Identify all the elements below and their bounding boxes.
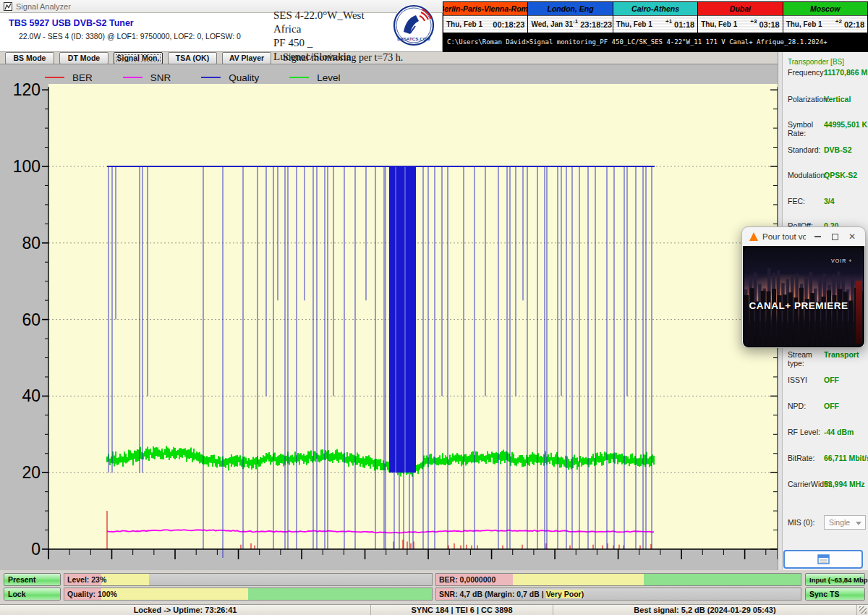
- legend-item-ber: BER: [45, 72, 93, 83]
- svg-text:60: 60: [22, 310, 41, 329]
- legend-swatch: [289, 77, 309, 78]
- field-label: Polarization:: [788, 95, 824, 103]
- close-button[interactable]: ✕: [846, 231, 858, 242]
- sidebar-row-bitrate: BitRate: 66,711 Mbit/s: [788, 454, 866, 462]
- best-signal-status: Best signal: 5,2 dB (2024-01-29 05:43): [553, 605, 857, 615]
- legend-swatch: [201, 77, 221, 78]
- header-line-1: SES 4-22.0°W_West Africa: [273, 9, 393, 36]
- resize-grip[interactable]: [859, 606, 867, 614]
- field-value: 66,711 Mbit/s: [824, 454, 868, 462]
- field-label: NPD:: [788, 402, 824, 410]
- field-label: Standard:: [788, 145, 824, 154]
- legend-label: BER: [72, 72, 93, 83]
- legend-item-quality: Quality: [201, 72, 259, 83]
- clock-moscow: Moscow Thu, Feb 1 +202:18: [783, 2, 867, 33]
- snr-label: SNR: 4,7 dB (Margin: 0,7 dB | Very Poor): [439, 590, 584, 598]
- video-surface[interactable]: VOIR + CANAL+ PREMIERE: [743, 246, 864, 347]
- clock-time: Thu, Feb 1 +202:18: [783, 16, 867, 33]
- svg-text:20: 20: [22, 463, 41, 482]
- legend-label: Quality: [229, 72, 259, 83]
- console-prompt: C:\Users\Roman Dávid>Signal monitoring_P…: [447, 38, 827, 46]
- tuner-panel: TBS 5927 USB DVB-S2 Tuner 22.0W - SES 4 …: [0, 13, 443, 52]
- vlc-popup-window: Pour tout voir et to... ✕ VOIR + CANAL+ …: [741, 226, 866, 348]
- field-value: Vertical: [824, 95, 851, 103]
- clock-time: Thu, Feb 1 +101:18: [613, 16, 697, 33]
- svg-text:DXSATCS.COM: DXSATCS.COM: [397, 36, 430, 41]
- field-label: Frequency:: [788, 68, 824, 77]
- legend-item-snr: SNR: [123, 72, 171, 83]
- field-value: QPSK-S2: [824, 171, 857, 179]
- video-right-artifact: [856, 281, 862, 344]
- app-icon: [4, 2, 12, 11]
- field-value: DVB-S2: [824, 145, 852, 154]
- mis-row: MIS (0): Single: [788, 515, 866, 530]
- list-icon: [817, 554, 830, 564]
- mode-tabs: BS ModeDT ModeSignal Mon.TSA (OK)AV Play…: [0, 51, 443, 64]
- field-label: FEC:: [788, 197, 824, 205]
- mis-value: Single: [829, 518, 850, 527]
- tab-signal-mon-[interactable]: Signal Mon.: [114, 52, 163, 64]
- legend-swatch: [123, 77, 142, 78]
- window-title: Signal Analyzer: [16, 2, 71, 11]
- clock-city-label: Cairo-Athens: [613, 2, 697, 16]
- console-window[interactable]: C:\Users\Roman Dávid>Signal monitoring_P…: [443, 33, 868, 52]
- svg-text:40: 40: [22, 386, 41, 405]
- maximize-button[interactable]: [829, 231, 841, 242]
- vlc-window-title: Pour tout voir et to...: [762, 232, 806, 241]
- transponder-header: Transponder [BS]: [788, 58, 844, 66]
- vlc-title-bar[interactable]: Pour tout voir et to... ✕: [742, 227, 865, 246]
- mis-label: MIS (0):: [788, 518, 824, 527]
- legend-label: SNR: [150, 72, 171, 83]
- field-label: BitRate:: [788, 454, 824, 462]
- field-label: RF Level:: [788, 428, 824, 436]
- field-value: OFF: [824, 402, 839, 410]
- transponder-list-button[interactable]: [783, 550, 863, 569]
- dxsatcs-logo: DXSATCS.COM: [393, 4, 435, 46]
- clock-cairo-athens: Cairo-Athens Thu, Feb 1 +101:18: [613, 2, 698, 33]
- field-value: -44 dBm: [824, 428, 854, 436]
- tab-av-player[interactable]: AV Player: [222, 52, 271, 64]
- world-clocks: Berlin-Paris-Vienna-Roma Thu, Feb 1 00:1…: [443, 1, 868, 33]
- minimize-button[interactable]: [812, 231, 823, 242]
- clock-city-label: London, Eng: [528, 2, 612, 16]
- signal-analyzer-window: Signal Analyzer TBS 5927 USB DVB-S2 Tune…: [0, 0, 868, 615]
- present-indicator: Present: [4, 573, 61, 586]
- clock-city-label: Berlin-Paris-Vienna-Roma: [443, 2, 527, 16]
- sidebar-row-carrierwidth: CarrierWidth: 53,994 MHz: [788, 480, 866, 488]
- sync-status: SYNC 184 | TEI 6 | CC 3898: [371, 605, 553, 615]
- sidebar-row-issyi: ISSYI OFF: [788, 376, 866, 384]
- svg-text:120: 120: [13, 80, 41, 99]
- field-label: Stream type:: [788, 350, 824, 368]
- voir-plus-label: VOIR +: [831, 258, 852, 263]
- tab-dt-mode[interactable]: DT Mode: [59, 52, 109, 64]
- legend-swatch: [45, 77, 64, 78]
- sidebar-row-frequency: Frequency: 11170,866 MHz: [788, 68, 866, 77]
- statusbar-corner: [857, 605, 868, 615]
- vlc-cone-icon: [749, 232, 758, 241]
- field-value: 3/4: [824, 197, 835, 205]
- field-value: 11170,866 MHz: [824, 68, 868, 77]
- clock-berlin-paris-vienna-roma: Berlin-Paris-Vienna-Roma Thu, Feb 1 00:1…: [443, 2, 528, 33]
- sidebar-row-streamtype: Stream type: Transport: [788, 350, 866, 368]
- tuner-details: 22.0W - SES 4 (ID: 3380) @ LOF1: 9750000…: [19, 32, 241, 41]
- clock-time: Thu, Feb 1 +303:18: [698, 16, 782, 33]
- sidebar-row-symbolrate: Symbol Rate: 44995,501 KS/s: [788, 120, 866, 137]
- mis-select[interactable]: Single: [824, 515, 866, 530]
- video-frame: VOIR + CANAL+ PREMIERE: [744, 247, 863, 346]
- svg-text:0: 0: [31, 540, 41, 559]
- ber-bar: BER: 0,0000000: [435, 573, 801, 586]
- sidebar-row-rflevel: RF Level: -44 dBm: [788, 428, 866, 436]
- clock-time: Wed, Jan 31 -123:18:23: [528, 16, 612, 33]
- tab-bs-mode[interactable]: BS Mode: [5, 52, 54, 64]
- field-label: CarrierWidth:: [788, 480, 824, 488]
- snr-bar: SNR: 4,7 dB (Margin: 0,7 dB | Very Poor): [435, 588, 801, 601]
- input-rate-indicator: Input (~63,84 Mbps): [805, 573, 865, 586]
- tab-tsa-ok-[interactable]: TSA (OK): [168, 52, 217, 64]
- chart-region: 020406080100120 BER SNR Quality Level: [0, 64, 781, 570]
- canal-premiere-label: CANAL+ PREMIERE: [744, 300, 853, 311]
- clock-time: Thu, Feb 1 00:18:23: [443, 16, 527, 33]
- lock-indicator: Lock: [4, 588, 61, 601]
- chart-legend: BER SNR Quality Level: [45, 72, 371, 83]
- chevron-down-icon: [856, 522, 861, 525]
- field-value: 44995,501 KS/s: [824, 120, 868, 137]
